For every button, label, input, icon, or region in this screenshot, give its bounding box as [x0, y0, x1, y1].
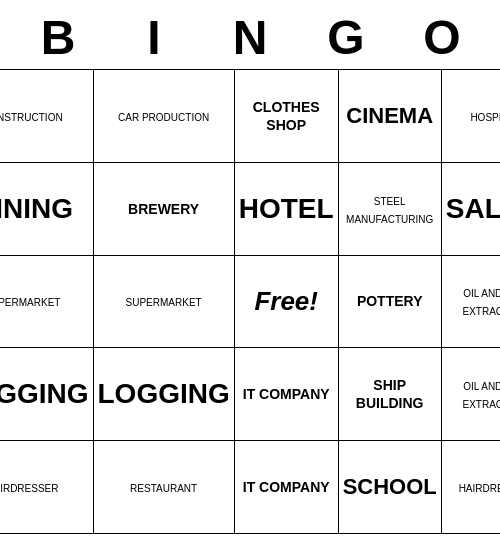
cell-r4-c4: HAIRDRESSER	[441, 441, 500, 534]
bingo-title: B I N G O	[10, 10, 490, 65]
cell-r4-c1: RESTAURANT	[93, 441, 234, 534]
cell-r0-c4: HOSPITAL	[441, 70, 500, 163]
letter-g: G	[298, 10, 394, 65]
letter-o: O	[394, 10, 490, 65]
cell-r4-c0: HAIRDRESSER	[0, 441, 93, 534]
cell-r1-c0: MINING	[0, 162, 93, 255]
bingo-grid: CONSTRUCTIONCAR PRODUCTIONCLOTHES SHOPCI…	[0, 69, 500, 534]
cell-r3-c4: OIL AND GAS EXTRACTION	[441, 348, 500, 441]
cell-r1-c4: SALON	[441, 162, 500, 255]
cell-r2-c3: POTTERY	[338, 255, 441, 348]
cell-r1-c2: HOTEL	[234, 162, 338, 255]
cell-r4-c2: IT COMPANY	[234, 441, 338, 534]
cell-r2-c1: SUPERMARKET	[93, 255, 234, 348]
cell-r3-c1: LOGGING	[93, 348, 234, 441]
letter-n: N	[202, 10, 298, 65]
cell-r1-c3: STEEL MANUFACTURING	[338, 162, 441, 255]
cell-r3-c2: IT COMPANY	[234, 348, 338, 441]
cell-r2-c0: SUPERMARKET	[0, 255, 93, 348]
cell-r0-c0: CONSTRUCTION	[0, 70, 93, 163]
cell-r0-c2: CLOTHES SHOP	[234, 70, 338, 163]
letter-b: B	[10, 10, 106, 65]
cell-r1-c1: BREWERY	[93, 162, 234, 255]
cell-r3-c0: LOGGING	[0, 348, 93, 441]
cell-r3-c3: SHIP BUILDING	[338, 348, 441, 441]
cell-r2-c2: Free!	[234, 255, 338, 348]
letter-i: I	[106, 10, 202, 65]
cell-r0-c1: CAR PRODUCTION	[93, 70, 234, 163]
cell-r4-c3: SCHOOL	[338, 441, 441, 534]
cell-r0-c3: CINEMA	[338, 70, 441, 163]
cell-r2-c4: OIL AND GAS EXTRACTION	[441, 255, 500, 348]
